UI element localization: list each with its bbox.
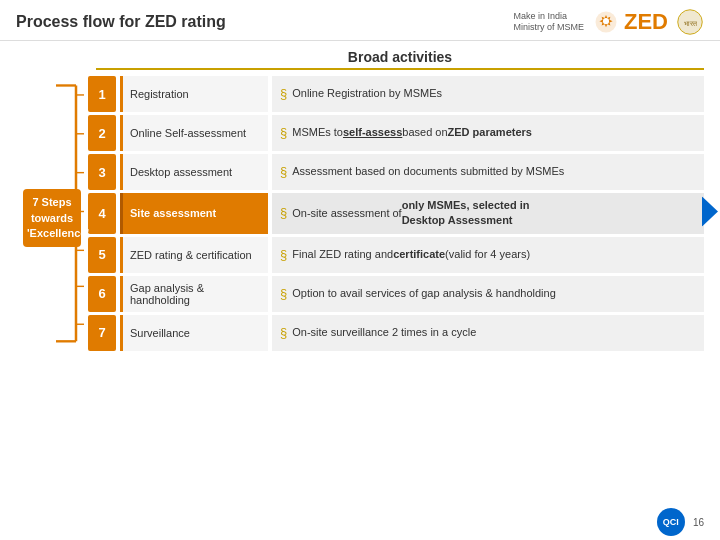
page-title: Process flow for ZED rating [16, 13, 226, 31]
step-row-6: 6Gap analysis & handholdingOption to ava… [88, 276, 704, 312]
step-number-6: 6 [88, 276, 116, 312]
page-number: 16 [693, 517, 704, 528]
step-detail-5: Final ZED rating and certificate (valid … [272, 237, 704, 273]
step-name-7: Surveillance [120, 315, 268, 351]
step-number-3: 3 [88, 154, 116, 190]
step-row-3: 3Desktop assessmentAssessment based on d… [88, 154, 704, 190]
step-name-4: Site assessment [120, 193, 268, 234]
main-content: Broad activities [0, 41, 720, 357]
govt-emblem-icon: भारत [676, 8, 704, 36]
steps-layout: 7 Steps towards 'Excellence' 1Registrati… [16, 76, 704, 351]
step-detail-3: Assessment based on documents submitted … [272, 154, 704, 190]
step-row-2: 2Online Self-assessmentMSMEs to self-ass… [88, 115, 704, 151]
step-detail-6: Option to avail services of gap analysis… [272, 276, 704, 312]
svg-marker-14 [702, 197, 718, 227]
header: Process flow for ZED rating Make in Indi… [0, 0, 720, 41]
step-number-4: 4 [88, 193, 116, 234]
step-name-3: Desktop assessment [120, 154, 268, 190]
svg-point-1 [603, 18, 609, 24]
steps-label-line1: 7 Steps [27, 195, 77, 210]
step-row-5: 5ZED rating & certificationFinal ZED rat… [88, 237, 704, 273]
gear-icon [592, 8, 620, 36]
step-name-5: ZED rating & certification [120, 237, 268, 273]
step-name-2: Online Self-assessment [120, 115, 268, 151]
step-name-6: Gap analysis & handholding [120, 276, 268, 312]
zed-logo: ZED [592, 8, 668, 36]
header-subtitle: Make in India Ministry of MSME [513, 11, 584, 33]
right-arrow-icon [702, 197, 718, 230]
step-name-1: Registration [120, 76, 268, 112]
step-detail-2: MSMEs to self-assess based on ZED parame… [272, 115, 704, 151]
steps-label-box: 7 Steps towards 'Excellence' [23, 189, 81, 247]
steps-label-line2: towards [27, 211, 77, 226]
page-wrapper: Process flow for ZED rating Make in Indi… [0, 0, 720, 540]
svg-text:भारत: भारत [684, 20, 698, 27]
steps-label-column: 7 Steps towards 'Excellence' [16, 76, 88, 351]
step-detail-7: On-site surveillance 2 times in a cycle [272, 315, 704, 351]
step-detail-1: Online Registration by MSMEs [272, 76, 704, 112]
step-number-5: 5 [88, 237, 116, 273]
steps-label-line3: 'Excellence' [27, 226, 77, 241]
step-row-7: 7SurveillanceOn-site surveillance 2 time… [88, 315, 704, 351]
zed-logo-text: ZED [624, 9, 668, 35]
steps-table: 1RegistrationOnline Registration by MSME… [88, 76, 704, 351]
broad-activities-title: Broad activities [96, 49, 704, 70]
logo-area: Make in India Ministry of MSME ZED भारत [513, 8, 704, 36]
step-row-4: 4Site assessmentOn-site assessment of on… [88, 193, 704, 234]
step-number-7: 7 [88, 315, 116, 351]
qci-logo: QCI [657, 508, 685, 536]
step-number-1: 1 [88, 76, 116, 112]
step-number-2: 2 [88, 115, 116, 151]
step-row-1: 1RegistrationOnline Registration by MSME… [88, 76, 704, 112]
footer: QCI 16 [657, 508, 704, 536]
step-detail-4: On-site assessment of only MSMEs, select… [272, 193, 704, 234]
